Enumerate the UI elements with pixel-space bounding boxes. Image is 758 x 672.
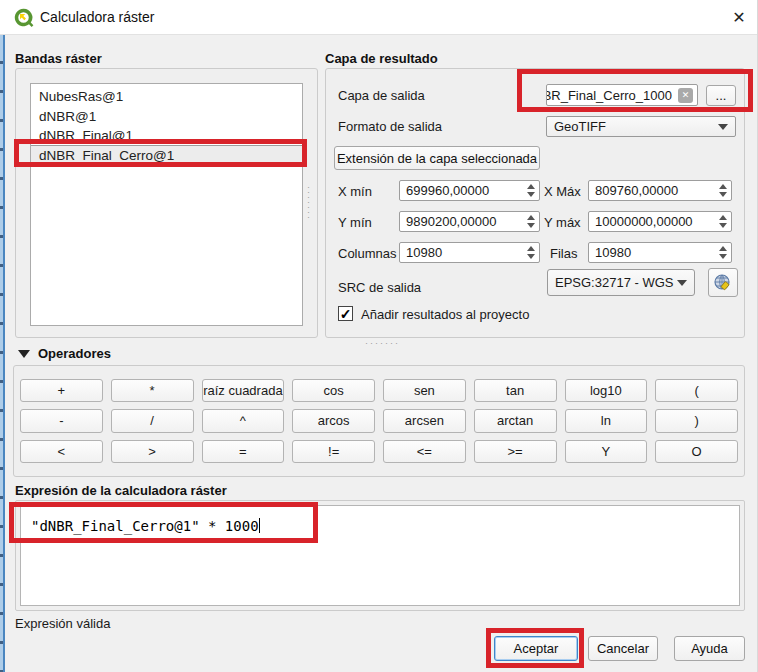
expression-editor[interactable]: "dNBR_Final_Cerro@1" * 1000 [20, 505, 740, 606]
band-item[interactable]: NubesRas@1 [31, 87, 302, 107]
ymin-value[interactable]: 9890200,00000 [400, 214, 522, 229]
band-item-selected[interactable]: dNBR_Final_Cerro@1 [31, 146, 302, 166]
op-greater-button[interactable]: > [111, 440, 194, 463]
op-minus-button[interactable]: - [20, 409, 103, 432]
help-button[interactable]: Ayuda [674, 636, 745, 661]
expression-status: Expresión válida [15, 616, 110, 631]
op-greaterequal-button[interactable]: >= [474, 440, 557, 463]
operators-header[interactable]: Operadores [38, 346, 111, 361]
result-layer-header: Capa de resultado [325, 51, 438, 66]
spinner-arrows-icon[interactable] [714, 243, 731, 262]
columns-value[interactable]: 10980 [400, 245, 522, 260]
xmin-value[interactable]: 699960,00000 [400, 183, 522, 198]
output-crs-label: SRC de salida [338, 280, 421, 295]
rows-spinbox[interactable]: 10980 [588, 242, 732, 263]
browse-output-button[interactable]: ... [706, 85, 736, 106]
accept-button[interactable]: Aceptar [494, 636, 578, 661]
raster-bands-group: NubesRas@1 dNBR@1 dNBR_Final@1 dNBR_Fina… [15, 68, 318, 338]
output-crs-value: EPSG:32717 - WGS 8 [548, 275, 677, 290]
output-format-select[interactable]: GeoTIFF [546, 116, 736, 137]
xmin-spinbox[interactable]: 699960,00000 [399, 180, 540, 201]
op-notequal-button[interactable]: != [292, 440, 375, 463]
qgis-logo-icon [13, 7, 34, 28]
op-open-paren-button[interactable]: ( [655, 379, 738, 402]
op-or-button[interactable]: O [655, 440, 738, 463]
add-results-label[interactable]: Añadir resultados al proyecto [361, 307, 529, 322]
result-layer-group: Capa de salida BR_Final_Cerro_1000 ✕ ...… [325, 68, 745, 338]
splitter-handle[interactable]: ······· [304, 186, 314, 221]
xmin-label: X mín [338, 184, 372, 199]
output-crs-select[interactable]: EPSG:32717 - WGS 8 [547, 269, 695, 296]
cancel-button[interactable]: Cancelar [588, 636, 658, 661]
expression-group: "dNBR_Final_Cerro@1" * 1000 [15, 500, 745, 611]
text-caret [259, 518, 260, 533]
ymax-label: Y máx [544, 215, 581, 230]
op-divide-button[interactable]: / [111, 409, 194, 432]
selected-layer-extent-button[interactable]: Extensión de la capa seleccionada [334, 146, 540, 170]
window-title: Calculadora ráster [40, 9, 154, 25]
ymax-spinbox[interactable]: 10000000,00000 [588, 211, 732, 232]
op-equals-button[interactable]: = [202, 440, 285, 463]
xmax-value[interactable]: 809760,00000 [589, 183, 714, 198]
op-ln-button[interactable]: ln [565, 409, 648, 432]
expression-value[interactable]: "dNBR_Final_Cerro@1" * 1000 [31, 518, 259, 534]
spinner-arrows-icon[interactable] [522, 181, 539, 200]
add-results-checkbox[interactable]: ✓ [338, 306, 353, 321]
chevron-down-icon [677, 280, 687, 286]
close-icon[interactable]: ✕ [726, 6, 752, 29]
op-log10-button[interactable]: log10 [565, 379, 648, 402]
raster-calculator-dialog: Calculadora ráster ✕ Bandas ráster Nubes… [0, 0, 758, 672]
chevron-down-icon [718, 124, 728, 130]
op-lessequal-button[interactable]: <= [383, 440, 466, 463]
op-multiply-button[interactable]: * [111, 379, 194, 402]
xmax-label: X Máx [544, 184, 581, 199]
spinner-arrows-icon[interactable] [522, 243, 539, 262]
op-sin-button[interactable]: sen [383, 379, 466, 402]
rows-label: Filas [550, 246, 577, 261]
clear-field-icon[interactable]: ✕ [678, 88, 693, 103]
op-cos-button[interactable]: cos [292, 379, 375, 402]
op-less-button[interactable]: < [20, 440, 103, 463]
columns-spinbox[interactable]: 10980 [399, 242, 540, 263]
op-asin-button[interactable]: arcsen [383, 409, 466, 432]
raster-bands-header: Bandas ráster [15, 51, 102, 66]
op-acos-button[interactable]: arcos [292, 409, 375, 432]
rows-value[interactable]: 10980 [589, 245, 714, 260]
output-format-label: Formato de salida [338, 119, 442, 134]
raster-bands-list[interactable]: NubesRas@1 dNBR@1 dNBR_Final@1 dNBR_Fina… [30, 83, 303, 326]
select-crs-button[interactable] [708, 268, 738, 297]
band-item[interactable]: dNBR@1 [31, 107, 302, 127]
band-item[interactable]: dNBR_Final@1 [31, 126, 302, 146]
output-format-value: GeoTIFF [547, 119, 718, 134]
op-power-button[interactable]: ^ [202, 409, 285, 432]
background-app-edge [0, 35, 5, 672]
op-tan-button[interactable]: tan [474, 379, 557, 402]
ymin-spinbox[interactable]: 9890200,00000 [399, 211, 540, 232]
output-layer-value[interactable]: BR_Final_Cerro_1000 [547, 88, 678, 103]
op-and-button[interactable]: Y [565, 440, 648, 463]
operators-group: + * raíz cuadrada cos sen tan log10 ( - … [13, 365, 745, 477]
ymin-label: Y mín [338, 215, 372, 230]
checkbox-check-icon: ✓ [340, 306, 352, 322]
globe-edit-icon [713, 273, 733, 293]
output-layer-input[interactable]: BR_Final_Cerro_1000 ✕ [546, 84, 698, 106]
op-atan-button[interactable]: arctan [474, 409, 557, 432]
splitter-handle[interactable]: ······· [365, 338, 400, 348]
expression-header: Expresión de la calculadora ráster [15, 483, 227, 498]
output-layer-label: Capa de salida [338, 88, 425, 103]
xmax-spinbox[interactable]: 809760,00000 [588, 180, 732, 201]
columns-label: Columnas [338, 246, 397, 261]
ymax-value[interactable]: 10000000,00000 [589, 214, 714, 229]
op-sqrt-button[interactable]: raíz cuadrada [202, 379, 285, 402]
spinner-arrows-icon[interactable] [714, 212, 731, 231]
spinner-arrows-icon[interactable] [714, 181, 731, 200]
title-bar: Calculadora ráster ✕ [0, 0, 758, 35]
collapse-triangle-icon[interactable] [18, 350, 30, 358]
op-close-paren-button[interactable]: ) [655, 409, 738, 432]
spinner-arrows-icon[interactable] [522, 212, 539, 231]
op-plus-button[interactable]: + [20, 379, 103, 402]
